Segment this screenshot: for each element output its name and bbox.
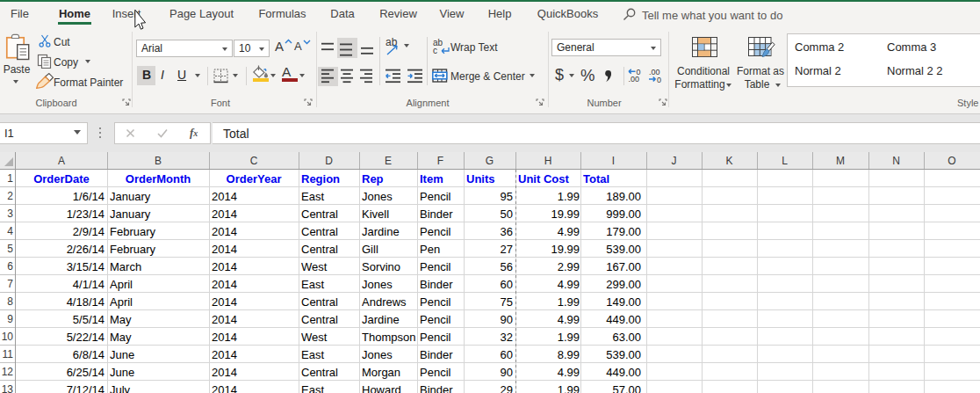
svg-text:0: 0 — [657, 76, 661, 84]
svg-text:.00: .00 — [629, 75, 640, 83]
